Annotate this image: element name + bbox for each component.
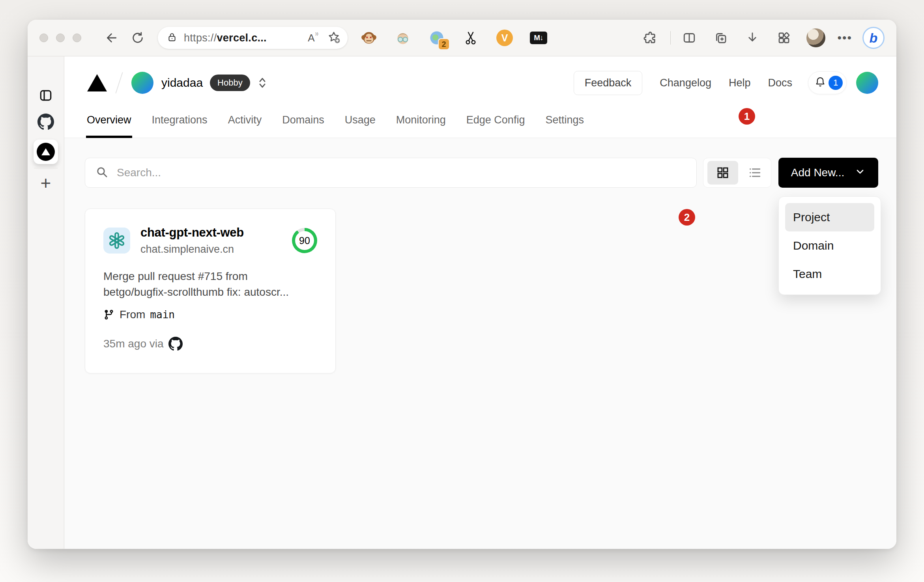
window-zoom-button[interactable]: [73, 34, 81, 42]
help-link[interactable]: Help: [729, 77, 751, 89]
extension-scissors-icon[interactable]: [461, 28, 480, 47]
project-search[interactable]: [85, 158, 697, 188]
commit-message: Merge pull request #715 from betgo/bugfi…: [103, 269, 317, 300]
git-branch-icon: [103, 309, 114, 320]
feedback-button[interactable]: Feedback: [574, 71, 643, 95]
team-avatar[interactable]: [131, 72, 153, 94]
window-minimize-button[interactable]: [56, 34, 65, 42]
analytics-score-ring[interactable]: 90: [292, 228, 317, 253]
chevron-down-icon: [855, 166, 866, 180]
lock-icon: [166, 32, 178, 44]
tab-overview[interactable]: Overview: [86, 114, 132, 138]
sidebar-github-icon[interactable]: [37, 114, 54, 130]
extension-proxy-icon[interactable]: 2: [427, 28, 446, 47]
sidebar-new-tab-button[interactable]: +: [41, 174, 51, 192]
split-screen-icon[interactable]: [680, 29, 698, 47]
browser-toolbar: https://vercel.c... A⁾⁾ 2 V M↓: [28, 20, 896, 56]
add-new-button[interactable]: Add New...: [778, 158, 878, 188]
extension-monkey-icon[interactable]: [359, 28, 378, 47]
team-switcher-icon[interactable]: [256, 76, 268, 90]
changelog-link[interactable]: Changelog: [660, 77, 711, 89]
vercel-site: yidadaa Hobby Feedback Changelog Help Do…: [64, 56, 896, 549]
dropdown-item-project[interactable]: Project: [785, 203, 874, 231]
window-controls: [39, 34, 81, 42]
docs-link[interactable]: Docs: [768, 77, 792, 89]
address-bar[interactable]: https://vercel.c... A⁾⁾: [158, 27, 348, 49]
add-new-dropdown: Project Domain Team: [778, 196, 881, 295]
url-host: vercel.c...: [217, 32, 266, 44]
browser-page-area: + yidadaa Hobby Feedback Changelog: [28, 56, 896, 549]
toolbar-right-cluster: ••• b: [641, 27, 885, 49]
extension-proxy-badge: 2: [438, 38, 450, 50]
branch-row: From main: [103, 308, 317, 321]
project-favicon: [103, 228, 130, 254]
apps-launcher-icon[interactable]: [775, 29, 793, 47]
plan-badge: Hobby: [210, 75, 250, 91]
read-aloud-waves: ⁾⁾: [315, 31, 318, 39]
list-view-button[interactable]: [743, 161, 767, 185]
vercel-triangle-icon: [41, 148, 50, 155]
extension-translate-icon[interactable]: [393, 28, 412, 47]
browser-sidebar: +: [28, 56, 64, 549]
bell-icon: [814, 76, 826, 90]
window-close-button[interactable]: [39, 34, 48, 42]
tab-domains[interactable]: Domains: [281, 114, 325, 138]
extensions-puzzle-icon[interactable]: [641, 29, 659, 47]
breadcrumb-slash: [115, 72, 123, 93]
tab-integrations[interactable]: Integrations: [151, 114, 208, 138]
downloads-icon[interactable]: [743, 29, 761, 47]
browser-menu-icon[interactable]: •••: [837, 31, 852, 45]
url-scheme: https://: [184, 32, 217, 44]
dropdown-item-domain[interactable]: Domain: [785, 231, 874, 260]
tab-activity[interactable]: Activity: [227, 114, 263, 138]
user-avatar[interactable]: [856, 72, 878, 94]
browser-profile-avatar[interactable]: [806, 28, 825, 47]
overview-content: Add New... chat-gpt-next-web: [64, 138, 896, 549]
extension-capture-icon[interactable]: V: [495, 28, 514, 47]
sidebar-toggle-icon[interactable]: [38, 88, 53, 103]
vercel-tab-bar: Overview Integrations Activity Domains U…: [86, 114, 585, 138]
favorite-star-icon[interactable]: [327, 30, 340, 45]
tab-edge-config[interactable]: Edge Config: [466, 114, 526, 138]
tab-usage[interactable]: Usage: [344, 114, 376, 138]
reload-icon[interactable]: [129, 29, 147, 47]
url-text: https://vercel.c...: [184, 32, 308, 44]
notification-count-badge: 1: [829, 76, 843, 90]
deployment-meta: 35m ago via: [103, 337, 317, 351]
toolbar-divider: [670, 31, 671, 45]
search-input[interactable]: [116, 166, 686, 179]
github-icon: [168, 337, 183, 351]
notifications-button[interactable]: 1: [808, 71, 847, 94]
project-name[interactable]: chat-gpt-next-web: [140, 226, 244, 240]
grid-view-button[interactable]: [707, 161, 738, 185]
vercel-header: yidadaa Hobby Feedback Changelog Help Do…: [64, 56, 896, 138]
extension-markdown-icon[interactable]: M↓: [529, 28, 548, 47]
sidebar-vercel-tab[interactable]: [34, 140, 58, 164]
tab-settings[interactable]: Settings: [544, 114, 585, 138]
read-aloud-icon[interactable]: A⁾⁾: [308, 32, 318, 44]
back-icon[interactable]: [102, 29, 120, 47]
collections-icon[interactable]: [712, 29, 730, 47]
dropdown-item-team[interactable]: Team: [785, 260, 874, 288]
project-domain[interactable]: chat.simplenaive.cn: [140, 243, 244, 256]
analytics-score-value: 90: [299, 235, 310, 246]
branch-label: From: [120, 308, 145, 321]
search-icon: [95, 166, 108, 180]
sidebar-divider: [34, 168, 58, 168]
bing-chat-icon[interactable]: b: [862, 27, 885, 49]
vercel-logo-icon[interactable]: [87, 74, 107, 91]
team-name: yidadaa: [161, 76, 203, 90]
annotation-step-2: 2: [679, 209, 695, 226]
view-toggle: [703, 158, 771, 188]
annotation-step-1: 1: [739, 108, 755, 125]
branch-name: main: [150, 309, 175, 321]
browser-window: https://vercel.c... A⁾⁾ 2 V M↓: [28, 20, 896, 549]
tab-monitoring[interactable]: Monitoring: [395, 114, 447, 138]
project-card[interactable]: chat-gpt-next-web chat.simplenaive.cn 90…: [85, 209, 336, 373]
